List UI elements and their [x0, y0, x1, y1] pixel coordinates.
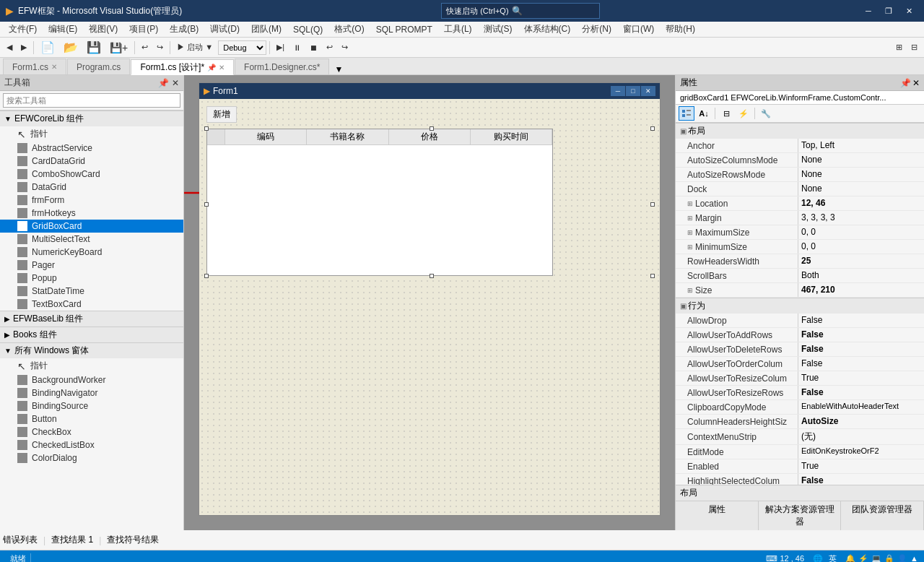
tab-form1-design-close[interactable]: ✕ [219, 64, 225, 72]
location-expand-icon[interactable]: ⊞ [687, 200, 693, 207]
tb-pause-btn[interactable]: ⏸ [289, 40, 305, 56]
tab-form1-design[interactable]: Form1.cs [设计]* 📌 ✕ [131, 59, 234, 75]
tb-layout2-btn[interactable]: ⊟ [907, 40, 921, 56]
handle-bm[interactable] [430, 274, 434, 278]
prop-value-enabled[interactable]: True [798, 459, 924, 473]
toolbox-item-popup[interactable]: Popup [0, 272, 183, 285]
tb-play-btn[interactable]: ▶| [273, 40, 288, 56]
toolbox-item-bgworker[interactable]: BackgroundWorker [0, 373, 183, 386]
maxsize-expand-icon[interactable]: ⊞ [687, 229, 693, 236]
menu-team[interactable]: 团队(M) [245, 22, 287, 37]
size-expand-icon[interactable]: ⊞ [687, 287, 693, 294]
close-btn[interactable]: ✕ [899, 4, 918, 18]
tab-form1cs-close[interactable]: ✕ [51, 63, 57, 71]
toolbox-item-carddatagrid[interactable]: CardDataGrid [0, 155, 183, 168]
toolbox-pin-btn[interactable]: 📌 [158, 78, 169, 88]
tb-redo-btn[interactable]: ↪ [153, 40, 167, 56]
prop-pin-btn[interactable]: 📌 [900, 78, 911, 88]
tab-programcs[interactable]: Program.cs [67, 59, 130, 74]
tb-step-in-btn[interactable]: ↪ [338, 40, 352, 56]
prop-value-colheightsiz[interactable]: AutoSize [798, 415, 924, 428]
tb-forward-btn[interactable]: ▶ [17, 40, 30, 56]
prop-close-btn[interactable]: ✕ [912, 78, 920, 88]
tb-new-btn[interactable]: 📄 [37, 40, 58, 56]
tab-form1designer[interactable]: Form1.Designer.cs* [235, 59, 329, 74]
tb-layout-btn[interactable]: ⊞ [892, 40, 906, 56]
toolbox-item-button[interactable]: Button [0, 412, 183, 425]
prop-value-dock[interactable]: None [798, 182, 924, 196]
prop-section-behavior-header[interactable]: ▣ 行为 [676, 298, 924, 314]
prop-value-allowaddrows[interactable]: False [798, 328, 924, 342]
prop-value-location[interactable]: 12, 46 [798, 196, 924, 210]
prop-footer-team[interactable]: 团队资源管理器 [841, 501, 924, 530]
handle-mr[interactable] [650, 202, 655, 207]
prop-value-anchor[interactable]: Top, Left [798, 139, 924, 152]
toolbox-item-bindingsource[interactable]: BindingSource [0, 399, 183, 412]
prop-value-size[interactable]: 467, 210 [798, 283, 924, 297]
form-close-btn[interactable]: ✕ [641, 86, 655, 96]
prop-tb-alpha[interactable]: A↓ [696, 106, 712, 121]
tb-step-over-btn[interactable]: ↩ [323, 40, 336, 56]
tb-undo-btn[interactable]: ↩ [138, 40, 152, 56]
handle-br[interactable] [650, 274, 655, 278]
error-list-label[interactable]: 错误列表 [3, 534, 38, 546]
toolbox-item-colordialog[interactable]: ColorDialog [0, 451, 183, 464]
toolbox-item-pointer2[interactable]: ↖ 指针 [0, 358, 183, 373]
toolbox-item-datagrid[interactable]: DataGrid [0, 181, 183, 194]
prop-value-maxsize[interactable]: 0, 0 [798, 225, 924, 239]
menu-arch[interactable]: 体系结构(C) [518, 22, 577, 37]
toolbox-group-efwcorelib-header[interactable]: ▼ EFWCoreLib 组件 [0, 111, 183, 126]
toolbox-item-frmform[interactable]: frmForm [0, 194, 183, 207]
find-symbol-label[interactable]: 查找符号结果 [107, 534, 159, 546]
handle-ml[interactable] [204, 202, 209, 207]
find-results-label[interactable]: 查找结果 1 [51, 534, 93, 546]
minsize-expand-icon[interactable]: ⊞ [687, 243, 693, 251]
toolbox-item-multiselecttext[interactable]: MultiSelectText [0, 233, 183, 246]
toolbox-group-winforms-header[interactable]: ▼ 所有 Windows 窗体 [0, 342, 183, 358]
menu-file[interactable]: 文件(F) [3, 22, 43, 37]
prop-footer-solution[interactable]: 解决方案资源管理器 [759, 501, 842, 530]
menu-debug[interactable]: 调试(D) [204, 22, 245, 37]
handle-bl[interactable] [204, 274, 209, 278]
menu-help[interactable]: 帮助(H) [660, 22, 701, 37]
prop-value-allowdrop[interactable]: False [798, 314, 924, 327]
menu-format[interactable]: 格式(O) [328, 22, 370, 37]
menu-view[interactable]: 视图(V) [83, 22, 123, 37]
toolbox-item-gridboxcard[interactable]: GridBoxCard [0, 220, 183, 233]
tab-dropdown-btn[interactable]: ▼ [331, 64, 346, 74]
prop-tb-events[interactable]: ⚡ [736, 106, 751, 121]
menu-tools[interactable]: 工具(L) [438, 22, 478, 37]
prop-value-autosizecols[interactable]: None [798, 153, 924, 167]
handle-tl[interactable] [204, 126, 209, 131]
tab-form1cs[interactable]: Form1.cs ✕ [3, 59, 66, 74]
prop-value-rowheaderswidth[interactable]: 25 [798, 254, 924, 268]
tb-start-btn[interactable]: ▶ 启动 ▼ [173, 40, 217, 56]
handle-tm[interactable] [430, 126, 434, 131]
tb-save-btn[interactable]: 💾 [83, 40, 105, 56]
menu-edit[interactable]: 编辑(E) [43, 22, 83, 37]
prop-footer-properties[interactable]: 属性 [676, 501, 759, 530]
new-btn[interactable]: 新增 [206, 106, 237, 123]
form-min-btn[interactable]: ─ [611, 86, 625, 96]
minimize-btn[interactable]: ─ [859, 4, 878, 18]
prop-tb-categorized[interactable] [679, 106, 694, 121]
menu-sqlprompt[interactable]: SQL PROMPT [370, 23, 438, 36]
prop-value-allowresizerows[interactable]: False [798, 386, 924, 399]
tb-stop-btn[interactable]: ⏹ [306, 40, 321, 56]
toolbox-item-checkbox[interactable]: CheckBox [0, 425, 183, 438]
form-max-btn[interactable]: □ [626, 86, 640, 96]
gridboxcard-control[interactable]: 编码 书籍名称 价格 购买时间 [206, 129, 653, 276]
prop-tb-properties[interactable]: ⊟ [718, 106, 734, 121]
menu-window[interactable]: 窗口(W) [617, 22, 660, 37]
restore-btn[interactable]: ❐ [879, 4, 898, 18]
prop-section-layout-header[interactable]: ▣ 布局 [676, 123, 924, 139]
tb-open-btn[interactable]: 📂 [60, 40, 82, 56]
menu-build[interactable]: 生成(B) [164, 22, 204, 37]
toolbox-item-frmhotkeys[interactable]: frmHotkeys [0, 207, 183, 220]
toolbox-group-efwbaselib-header[interactable]: ▶ EFWBaseLib 组件 [0, 311, 183, 327]
toolbox-item-comboshowcard[interactable]: ComboShowCard [0, 168, 183, 181]
prop-value-minsize[interactable]: 0, 0 [798, 240, 924, 254]
prop-value-highlightcolum[interactable]: False [798, 474, 924, 485]
menu-analyze[interactable]: 分析(N) [576, 22, 617, 37]
prop-value-allowordercolum[interactable]: False [798, 357, 924, 371]
